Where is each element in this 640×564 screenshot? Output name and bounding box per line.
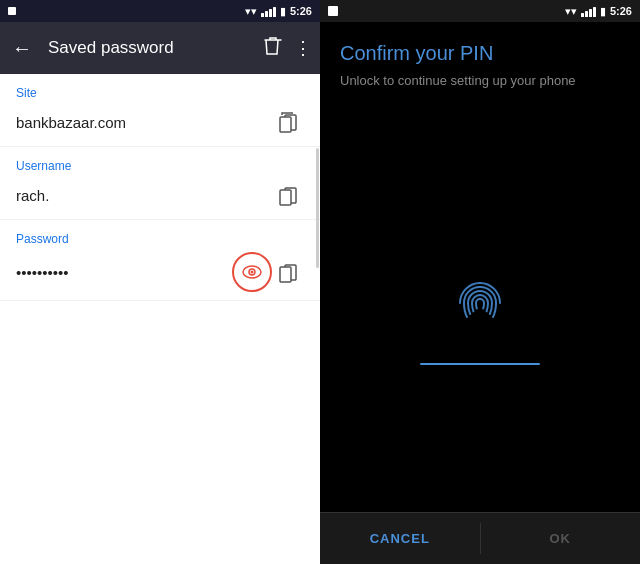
fingerprint-icon bbox=[452, 275, 508, 343]
pin-input-line[interactable] bbox=[420, 363, 540, 365]
more-options-button[interactable]: ⋮ bbox=[294, 37, 312, 59]
delete-button[interactable] bbox=[264, 36, 282, 61]
pin-title: Confirm your PIN bbox=[340, 42, 620, 65]
username-label: Username bbox=[16, 159, 304, 173]
svg-rect-8 bbox=[280, 267, 291, 282]
status-bar-right: ▾▾ ▮ 5:26 bbox=[320, 0, 640, 22]
site-row: bankbazaar.com bbox=[16, 106, 304, 138]
page-title: Saved password bbox=[48, 38, 252, 58]
pin-action-bar: CANCEL OK bbox=[320, 512, 640, 564]
pin-subtitle: Unlock to continue setting up your phone bbox=[340, 73, 620, 88]
battery-icon: ▮ bbox=[280, 5, 286, 18]
password-section: Password •••••••••• bbox=[0, 220, 320, 301]
notification-area bbox=[8, 7, 16, 15]
pin-content: Confirm your PIN Unlock to continue sett… bbox=[320, 22, 640, 512]
signal-bars-right bbox=[581, 5, 596, 17]
copy-password-button[interactable] bbox=[272, 256, 304, 288]
toolbar: ← Saved password ⋮ bbox=[0, 22, 320, 74]
toggle-password-visibility-button[interactable] bbox=[232, 252, 272, 292]
wifi-icon: ▾▾ bbox=[245, 5, 257, 18]
wifi-icon-right: ▾▾ bbox=[565, 5, 577, 18]
signal-bars bbox=[261, 5, 276, 17]
confirm-pin-screen: ▾▾ ▮ 5:26 Confirm your PIN Unlock to con… bbox=[320, 0, 640, 564]
username-value: rach. bbox=[16, 187, 272, 204]
site-section: Site bankbazaar.com bbox=[0, 74, 320, 147]
svg-rect-3 bbox=[280, 190, 291, 205]
saved-password-screen: ▾▾ ▮ 5:26 ← Saved password ⋮ bbox=[0, 0, 320, 564]
cancel-button[interactable]: CANCEL bbox=[320, 513, 480, 564]
copy-username-button[interactable] bbox=[272, 179, 304, 211]
svg-rect-1 bbox=[280, 117, 291, 132]
back-button[interactable]: ← bbox=[8, 33, 36, 64]
password-label: Password bbox=[16, 232, 304, 246]
notification-icon bbox=[8, 7, 16, 15]
password-value-row: •••••••••• bbox=[16, 252, 272, 292]
username-row: rach. bbox=[16, 179, 304, 211]
copy-site-button[interactable] bbox=[272, 106, 304, 138]
svg-point-6 bbox=[251, 271, 254, 274]
app-icon-right bbox=[328, 6, 338, 16]
time-display-right: 5:26 bbox=[610, 5, 632, 17]
battery-icon-right: ▮ bbox=[600, 5, 606, 18]
password-value: •••••••••• bbox=[16, 264, 224, 281]
toolbar-actions: ⋮ bbox=[264, 36, 312, 61]
site-value: bankbazaar.com bbox=[16, 114, 272, 131]
password-details-content: Site bankbazaar.com Username rach. bbox=[0, 74, 320, 564]
time-display-left: 5:26 bbox=[290, 5, 312, 17]
site-label: Site bbox=[16, 86, 304, 100]
status-bar-left: ▾▾ ▮ 5:26 bbox=[0, 0, 320, 22]
password-row: •••••••••• bbox=[16, 252, 304, 292]
scrollbar[interactable] bbox=[316, 148, 319, 268]
ok-button[interactable]: OK bbox=[481, 513, 641, 564]
fingerprint-area bbox=[340, 128, 620, 512]
username-section: Username rach. bbox=[0, 147, 320, 220]
